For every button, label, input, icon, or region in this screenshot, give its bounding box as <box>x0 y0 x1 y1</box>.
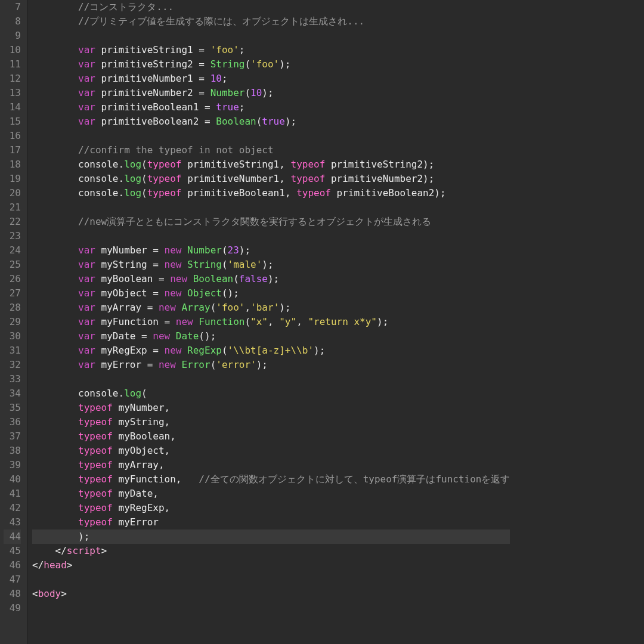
code-line[interactable]: typeof myNumber, <box>32 401 510 415</box>
code-editor-area[interactable]: //コンストラクタ... //プリミティブ値を生成する際には、オブジェクトは生成… <box>27 0 510 644</box>
code-token: myObject <box>119 445 165 456</box>
code-token: var <box>32 330 101 342</box>
code-token: typeof <box>32 416 119 428</box>
code-line[interactable]: var primitiveBoolean2 = Boolean(true); <box>32 114 510 129</box>
line-number: 34 <box>4 386 21 401</box>
code-token: typeof <box>32 488 119 499</box>
code-token: 'foo' <box>216 302 244 313</box>
code-token: head <box>44 559 67 571</box>
line-number: 31 <box>4 343 21 358</box>
code-token: , <box>244 302 250 313</box>
code-token: ( <box>141 159 147 170</box>
code-line[interactable]: var primitiveBoolean1 = true; <box>32 100 510 114</box>
code-token: = <box>193 44 210 55</box>
code-line[interactable]: var myObject = new Object(); <box>32 286 510 301</box>
code-token: typeof <box>296 187 336 199</box>
code-token: , <box>268 316 279 327</box>
code-token: Number <box>187 244 222 256</box>
code-line[interactable]: typeof myBoolean, <box>32 429 510 444</box>
code-line[interactable]: var primitiveString1 = 'foo'; <box>32 43 510 57</box>
code-token: ( <box>244 316 250 327</box>
code-token: = <box>135 330 153 342</box>
code-token: typeof <box>291 159 331 170</box>
code-line[interactable]: ); <box>32 530 510 544</box>
code-line[interactable]: typeof myRegExp, <box>32 501 510 515</box>
code-token: myDate <box>101 330 136 342</box>
code-line[interactable]: var primitiveNumber2 = Number(10); <box>32 86 510 100</box>
line-number: 16 <box>4 129 21 143</box>
code-line[interactable]: var myRegExp = new RegExp('\\bt[a-z]+\\b… <box>32 343 510 358</box>
code-token: typeof <box>32 473 119 485</box>
code-token: primitiveString2 <box>101 58 193 70</box>
code-token: 'bar' <box>250 302 279 313</box>
code-token: 'foo' <box>210 44 239 55</box>
line-number: 11 <box>4 57 21 72</box>
code-line[interactable] <box>32 229 510 243</box>
code-line[interactable]: console.log(typeof primitiveBoolean1, ty… <box>32 186 510 200</box>
code-line[interactable]: typeof myString, <box>32 415 510 429</box>
code-line[interactable]: //new演算子とともにコンストラクタ関数を実行するとオブジェクトが生成される <box>32 215 510 229</box>
code-token: = <box>199 101 216 113</box>
code-token: console <box>32 187 119 199</box>
line-number: 36 <box>4 415 21 429</box>
code-token: myBoolean <box>119 431 171 442</box>
code-line[interactable]: var myString = new String('male'); <box>32 258 510 272</box>
code-line[interactable]: </script> <box>32 544 510 558</box>
code-token: , <box>165 502 171 513</box>
line-number: 29 <box>4 315 21 329</box>
code-token: , <box>279 173 290 184</box>
code-line[interactable]: console.log( <box>32 386 510 401</box>
code-line[interactable]: var myError = new Error('error'); <box>32 358 510 372</box>
code-token: var <box>32 101 101 113</box>
code-token: ( <box>210 302 216 313</box>
code-token: 10 <box>210 73 222 84</box>
code-line[interactable]: typeof myArray, <box>32 458 510 472</box>
code-token: primitiveNumber1 <box>187 173 279 184</box>
code-token: myArray <box>101 302 141 313</box>
code-line[interactable]: var myNumber = new Number(23); <box>32 243 510 258</box>
code-line[interactable]: console.log(typeof primitiveString1, typ… <box>32 157 510 172</box>
code-line[interactable]: typeof myObject, <box>32 444 510 458</box>
line-number: 12 <box>4 72 21 86</box>
code-token: new <box>165 345 188 356</box>
code-token: ( <box>222 259 228 270</box>
line-number: 10 <box>4 43 21 57</box>
code-line[interactable]: <body> <box>32 587 510 601</box>
code-token: ); <box>262 87 273 98</box>
code-line[interactable] <box>32 29 510 43</box>
code-token: ( <box>141 187 147 199</box>
line-number: 13 <box>4 86 21 100</box>
code-line[interactable]: </head> <box>32 558 510 572</box>
code-token: ); <box>239 244 250 256</box>
code-line[interactable]: typeof myFunction, //全ての関数オブジェクトに対して、typ… <box>32 472 510 487</box>
code-line[interactable]: console.log(typeof primitiveNumber1, typ… <box>32 172 510 186</box>
code-line[interactable] <box>32 372 510 386</box>
code-line[interactable] <box>32 129 510 143</box>
code-line[interactable]: //コンストラクタ... <box>32 0 510 14</box>
line-number: 8 <box>4 14 21 29</box>
code-token: var <box>32 287 101 299</box>
code-line[interactable] <box>32 200 510 215</box>
line-number: 14 <box>4 100 21 114</box>
code-token: log <box>124 388 141 399</box>
code-token: typeof <box>147 159 187 170</box>
code-token: (); <box>199 330 216 342</box>
code-line[interactable]: var primitiveString2 = String('foo'); <box>32 57 510 72</box>
code-token: var <box>32 58 101 70</box>
code-line[interactable]: var myBoolean = new Boolean(false); <box>32 272 510 286</box>
code-line[interactable]: var myDate = new Date(); <box>32 329 510 343</box>
code-token: new <box>165 287 188 299</box>
code-line[interactable]: var primitiveNumber1 = 10; <box>32 72 510 86</box>
code-token: var <box>32 316 101 327</box>
code-line[interactable] <box>32 572 510 587</box>
code-line[interactable]: //confirm the typeof in not object <box>32 143 510 157</box>
code-line[interactable] <box>32 601 510 615</box>
code-token: myNumber <box>101 244 147 256</box>
code-line[interactable]: var myFunction = new Function("x", "y", … <box>32 315 510 329</box>
code-token: , <box>285 187 296 199</box>
code-line[interactable]: typeof myDate, <box>32 487 510 501</box>
code-token: true <box>216 101 239 113</box>
code-line[interactable]: var myArray = new Array('foo','bar'); <box>32 301 510 315</box>
code-line[interactable]: typeof myError <box>32 515 510 530</box>
code-line[interactable]: //プリミティブ値を生成する際には、オブジェクトは生成され... <box>32 14 510 29</box>
